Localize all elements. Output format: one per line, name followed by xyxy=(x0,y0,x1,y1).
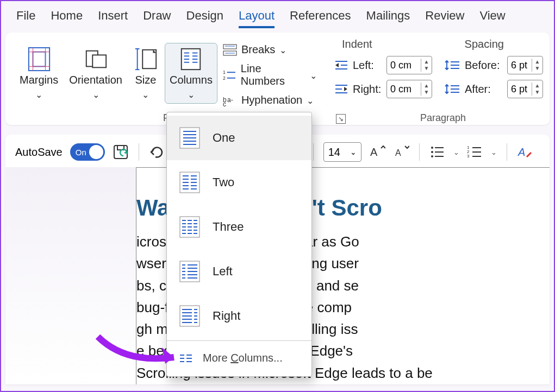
linenumbers-button[interactable]: 12 Line Numbers ⌄ xyxy=(223,62,317,87)
svg-rect-1 xyxy=(33,52,45,67)
autosave-label: AutoSave xyxy=(15,146,63,159)
svg-rect-0 xyxy=(28,48,49,71)
autosave-on-label: On xyxy=(76,148,86,157)
styles-icon[interactable]: A xyxy=(517,144,533,160)
bullets-icon[interactable] xyxy=(429,144,446,160)
tab-review[interactable]: Review xyxy=(425,9,464,26)
column-one-icon xyxy=(179,127,201,149)
chevron-down-icon: ⌄ xyxy=(279,45,286,55)
chevron-down-icon: ⌄ xyxy=(491,148,497,156)
chevron-down-icon: ⌄ xyxy=(350,148,357,156)
chevron-down-icon: ⌄ xyxy=(188,90,195,100)
margins-icon xyxy=(27,47,52,72)
increase-font-icon[interactable]: A xyxy=(369,144,385,160)
columns-left-label: Left xyxy=(213,264,233,279)
size-icon xyxy=(133,47,158,72)
orientation-button[interactable]: Orientation ⌄ xyxy=(65,43,127,103)
svg-text:1: 1 xyxy=(223,69,226,75)
spacing-after-input[interactable] xyxy=(508,83,532,96)
columns-three-label: Three xyxy=(213,220,244,234)
tab-home[interactable]: Home xyxy=(51,9,83,26)
tab-design[interactable]: Design xyxy=(186,9,223,26)
margins-button[interactable]: Margins ⌄ xyxy=(15,43,63,103)
chevron-down-icon: ⌄ xyxy=(92,90,99,100)
group-label-paragraph: Paragraph xyxy=(420,112,466,124)
columns-button[interactable]: Columns ⌄ xyxy=(165,43,217,104)
autosave-toggle[interactable]: On xyxy=(70,143,105,161)
svg-text:A: A xyxy=(370,146,378,158)
columns-option-two[interactable]: Two xyxy=(167,160,311,205)
svg-text:2: 2 xyxy=(223,75,226,81)
spacing-before-icon xyxy=(444,59,460,71)
columns-option-three[interactable]: Three xyxy=(167,205,311,249)
chevron-down-icon: ⌄ xyxy=(35,90,42,100)
chevron-down-icon: ⌄ xyxy=(310,71,317,81)
indent-left-input[interactable] xyxy=(387,59,421,72)
indent-right-icon xyxy=(334,83,348,95)
spacing-after-label: After: xyxy=(465,83,503,96)
group-pagesetup: Margins ⌄ Orientation ⌄ Size ⌄ Columns ⌄… xyxy=(12,38,320,123)
svg-text:A: A xyxy=(395,148,401,157)
spacing-before-spin[interactable]: ▲▼ xyxy=(507,56,543,74)
tab-file[interactable]: File xyxy=(16,9,35,26)
svg-point-48 xyxy=(431,147,433,149)
tab-layout[interactable]: Layout xyxy=(239,9,275,28)
group-paragraph: Indent Spacing Left: ▲▼ Before: ▲▼ Right… xyxy=(334,38,543,123)
spacing-before-input[interactable] xyxy=(508,59,532,72)
chevron-down-icon: ⌄ xyxy=(453,148,459,156)
linenumbers-icon: 12 xyxy=(223,69,236,81)
columns-one-label: One xyxy=(213,131,235,145)
decrease-font-icon[interactable]: A xyxy=(393,144,409,160)
indent-right-label: Right: xyxy=(353,83,382,96)
spacing-before-label: Before: xyxy=(465,59,503,72)
indent-left-spin[interactable]: ▲▼ xyxy=(386,56,432,74)
columns-right-label: Right xyxy=(213,309,240,323)
column-left-icon xyxy=(179,260,201,283)
spacing-after-icon xyxy=(444,83,460,95)
columns-icon xyxy=(178,47,203,72)
svg-rect-7 xyxy=(92,55,106,67)
breaks-button[interactable]: Breaks ⌄ xyxy=(223,43,317,56)
indent-right-input[interactable] xyxy=(387,83,421,96)
fontsize-combo[interactable]: 14 ⌄ xyxy=(323,142,361,162)
indent-right-spin[interactable]: ▲▼ xyxy=(386,80,432,98)
breaks-icon xyxy=(223,44,237,56)
ribbon-layout: Margins ⌄ Orientation ⌄ Size ⌄ Columns ⌄… xyxy=(5,33,550,125)
orientation-icon xyxy=(83,47,108,72)
tab-mailings[interactable]: Mailings xyxy=(366,9,410,26)
hyphenation-label: Hyphenation xyxy=(241,94,302,106)
column-right-icon xyxy=(179,305,201,327)
spacing-header: Spacing xyxy=(465,38,504,50)
indent-left-label: Left: xyxy=(353,59,382,72)
column-two-icon xyxy=(179,171,201,194)
save-icon[interactable] xyxy=(113,144,129,160)
columns-two-label: Two xyxy=(213,175,234,189)
svg-text:a-: a- xyxy=(227,96,233,104)
svg-text:3: 3 xyxy=(467,154,470,159)
annotation-arrow xyxy=(92,331,190,371)
columns-option-left[interactable]: Left xyxy=(167,249,311,294)
spacing-after-spin[interactable]: ▲▼ xyxy=(507,80,543,98)
tab-references[interactable]: References xyxy=(290,9,351,26)
linenumbers-label: Line Numbers xyxy=(241,62,305,87)
size-label: Size xyxy=(135,74,157,86)
chevron-down-icon: ⌄ xyxy=(142,90,149,100)
tab-view[interactable]: View xyxy=(479,9,505,26)
indent-header: Indent xyxy=(342,38,372,50)
svg-point-49 xyxy=(431,151,433,153)
ribbon-tabs: File Home Insert Draw Design Layout Refe… xyxy=(1,1,554,33)
hyphenation-button[interactable]: ba-c Hyphenation ⌄ xyxy=(223,94,317,106)
svg-rect-21 xyxy=(223,45,236,49)
columns-option-one[interactable]: One xyxy=(167,116,311,160)
more-columns-label: More Columns... xyxy=(203,352,283,364)
orientation-label: Orientation xyxy=(69,74,122,86)
size-button[interactable]: Size ⌄ xyxy=(129,43,163,103)
svg-text:A: A xyxy=(517,146,525,158)
chevron-down-icon: ⌄ xyxy=(307,96,314,106)
undo-icon[interactable] xyxy=(149,144,165,160)
tab-insert[interactable]: Insert xyxy=(98,9,128,26)
numbering-icon[interactable]: 123 xyxy=(467,144,483,160)
svg-text:c: c xyxy=(223,100,226,106)
fontsize-value: 14 xyxy=(328,146,340,159)
tab-draw[interactable]: Draw xyxy=(143,9,171,26)
